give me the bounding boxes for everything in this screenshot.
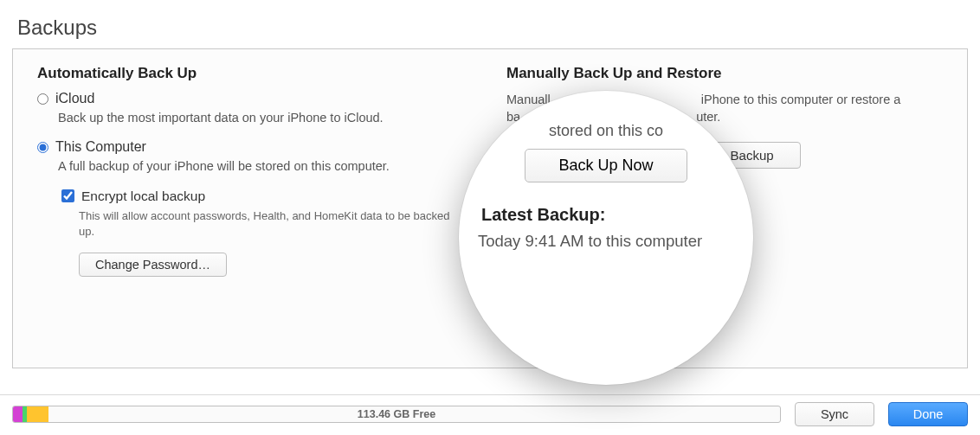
radio-this-computer[interactable] (37, 142, 48, 153)
sync-button[interactable]: Sync (795, 402, 874, 426)
this-computer-desc: A full backup of your iPhone will be sto… (58, 158, 496, 176)
radio-this-computer-label: This Computer (55, 139, 146, 155)
icloud-desc: Back up the most important data on your … (58, 110, 496, 127)
storage-free-label: 113.46 GB Free (13, 408, 780, 420)
auto-heading: Automatically Back Up (37, 65, 496, 82)
encrypt-label: Encrypt local backup (81, 189, 205, 204)
radio-icloud-row[interactable]: iCloud (37, 91, 496, 106)
page-title: Backups (0, 0, 980, 48)
done-button[interactable]: Done (888, 402, 968, 426)
encrypt-row[interactable]: Encrypt local backup (58, 187, 496, 205)
radio-icloud[interactable] (37, 93, 48, 105)
latest-backup-title: Latest Backup: (476, 205, 736, 225)
radio-this-computer-row[interactable]: This Computer (37, 139, 496, 155)
change-password-button[interactable]: Change Password… (79, 253, 227, 277)
latest-backup-value: Today 9:41 AM to this computer (476, 232, 736, 251)
auto-backup-column: Automatically Back Up iCloud Back up the… (37, 65, 496, 347)
backup-now-button[interactable]: Back Up Now (525, 149, 687, 182)
encrypt-checkbox[interactable] (61, 189, 74, 202)
radio-icloud-label: iCloud (55, 91, 94, 106)
magnifier-overlay: stored on this co Back Up Now Latest Bac… (459, 91, 753, 385)
footer: 113.46 GB Free Sync Done (0, 394, 980, 426)
mag-desc-fragment: stored on this co (476, 122, 736, 140)
manual-heading: Manually Back Up and Restore (506, 65, 948, 82)
storage-bar: 113.46 GB Free (12, 406, 781, 423)
encrypt-desc: This will allow account passwords, Healt… (79, 208, 460, 239)
